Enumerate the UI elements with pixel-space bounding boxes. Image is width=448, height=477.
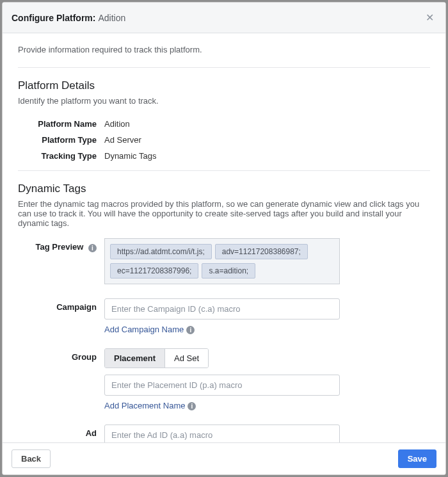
dynamic-tags-desc: Enter the dynamic tag macros provided by…: [18, 199, 430, 228]
tag-preview-label: Tag Preview i: [18, 238, 104, 252]
modal-title-subject: Adition: [98, 13, 125, 23]
tag-preview-label-text: Tag Preview: [35, 242, 83, 252]
modal-body: Provide information required to track th…: [3, 33, 445, 442]
add-placement-name-text: Add Placement Name: [104, 401, 185, 410]
campaign-row: Campaign Add Campaign Name i: [18, 298, 430, 334]
campaign-input[interactable]: [104, 298, 340, 319]
tag-preview-box: https://ad.atdmt.com/i/t.js; adv=1121720…: [104, 238, 340, 284]
platform-details-desc: Identify the platform you want to track.: [18, 96, 430, 106]
group-toggle: Placement Ad Set: [104, 348, 209, 368]
platform-details-title: Platform Details: [18, 79, 430, 92]
info-icon[interactable]: i: [188, 402, 196, 410]
back-button[interactable]: Back: [12, 449, 51, 468]
add-campaign-name-link[interactable]: Add Campaign Name i: [104, 325, 195, 334]
group-toggle-placement[interactable]: Placement: [105, 349, 164, 368]
platform-type-label: Platform Type: [18, 135, 104, 145]
platform-name-label: Platform Name: [18, 119, 104, 129]
configure-platform-modal: Configure Platform: Adition ✕ Provide in…: [2, 2, 446, 475]
tracking-type-label: Tracking Type: [18, 151, 104, 161]
group-toggle-adset[interactable]: Ad Set: [164, 349, 208, 368]
ad-row: Ad Add Ad Name i: [18, 424, 430, 442]
tracking-type-value: Dynamic Tags: [104, 151, 156, 161]
platform-name-value: Adition: [104, 119, 130, 129]
platform-name-row: Platform Name Adition: [18, 116, 430, 132]
campaign-label: Campaign: [18, 298, 104, 312]
placement-input[interactable]: [104, 375, 340, 396]
info-icon[interactable]: i: [186, 326, 195, 334]
modal-title-prefix: Configure Platform:: [12, 13, 95, 23]
dynamic-tags-title: Dynamic Tags: [18, 182, 430, 195]
platform-type-row: Platform Type Ad Server: [18, 132, 430, 148]
save-button[interactable]: Save: [398, 449, 436, 468]
group-row: Group Placement Ad Set Add Placement Nam…: [18, 348, 430, 410]
divider: [18, 170, 430, 171]
divider: [18, 67, 430, 68]
info-icon[interactable]: i: [88, 244, 97, 252]
tag-chip: https://ad.atdmt.com/i/t.js;: [110, 244, 212, 259]
tag-preview-field: https://ad.atdmt.com/i/t.js; adv=1121720…: [104, 238, 340, 284]
add-campaign-name-text: Add Campaign Name: [104, 325, 184, 334]
ad-input[interactable]: [104, 424, 340, 442]
tracking-type-row: Tracking Type Dynamic Tags: [18, 148, 430, 164]
modal-footer: Back Save: [3, 442, 445, 474]
tag-chip: ec=11217208387996;: [110, 263, 198, 279]
modal-header: Configure Platform: Adition ✕: [3, 3, 445, 33]
ad-label: Ad: [18, 424, 104, 438]
group-label: Group: [18, 348, 104, 362]
add-placement-name-link[interactable]: Add Placement Name i: [104, 401, 196, 410]
close-icon[interactable]: ✕: [423, 9, 436, 26]
intro-text: Provide information required to track th…: [18, 45, 430, 54]
tag-chip: s.a=adition;: [202, 263, 255, 279]
tag-preview-row: Tag Preview i https://ad.atdmt.com/i/t.j…: [18, 238, 430, 284]
platform-type-value: Ad Server: [104, 135, 141, 145]
tag-chip: adv=11217208386987;: [215, 244, 308, 259]
